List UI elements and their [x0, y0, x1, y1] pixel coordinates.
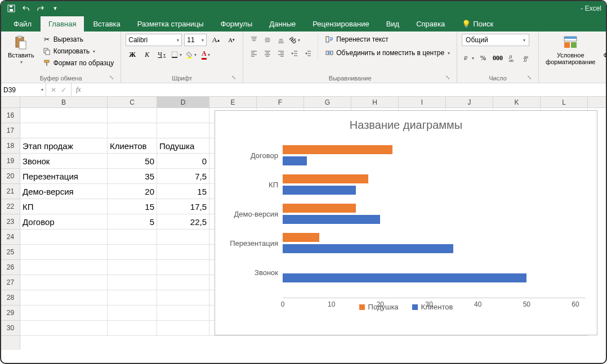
cell[interactable]	[20, 260, 108, 275]
align-bottom-button[interactable]	[275, 34, 287, 46]
copy-button[interactable]: Копировать ▾	[40, 46, 117, 57]
cell[interactable]	[108, 123, 157, 138]
row-header[interactable]: 29	[1, 305, 20, 321]
search-tab[interactable]: 💡 Поиск	[454, 16, 501, 32]
cell[interactable]: 15	[108, 199, 157, 214]
qat-dropdown-icon[interactable]: ▼	[50, 3, 61, 14]
cell[interactable]	[157, 275, 209, 290]
column-header[interactable]: J	[446, 97, 493, 107]
chart-bar[interactable]	[283, 174, 368, 183]
shrink-font-button[interactable]: A▾	[225, 34, 238, 46]
row-header[interactable]: 17	[1, 123, 20, 138]
column-header[interactable]: F	[257, 97, 304, 107]
cell[interactable]: 20	[108, 184, 157, 199]
dialog-launcher-icon[interactable]: ⤡	[230, 74, 237, 80]
chart-bar[interactable]	[283, 145, 392, 154]
cell[interactable]	[108, 275, 157, 290]
row-header[interactable]: 25	[1, 245, 20, 260]
row-header[interactable]: 27	[1, 275, 20, 290]
font-size-select[interactable]: 11▾	[184, 34, 207, 46]
wrap-text-button[interactable]: Перенести текст	[323, 34, 452, 45]
redo-icon[interactable]	[35, 3, 46, 14]
cell[interactable]	[108, 321, 157, 336]
cell[interactable]	[20, 275, 108, 290]
row-header[interactable]: 23	[1, 214, 20, 230]
chart-object[interactable]: Название диаграммы ДоговорКПДемо-версияП…	[215, 110, 597, 335]
cell[interactable]	[20, 305, 108, 321]
bold-button[interactable]: Ж	[126, 48, 139, 61]
increase-indent-button[interactable]	[302, 47, 314, 60]
fx-icon[interactable]: fx	[72, 83, 86, 96]
cancel-icon[interactable]: ✕	[51, 86, 56, 94]
chart-title[interactable]: Название диаграммы	[215, 111, 597, 135]
font-color-button[interactable]: A▾	[199, 48, 212, 61]
conditional-formatting-button[interactable]: Условное форматирование	[543, 34, 597, 66]
column-header[interactable]: E	[209, 97, 257, 107]
chart-bar[interactable]	[283, 244, 453, 253]
cell[interactable]	[108, 305, 157, 321]
cell[interactable]	[108, 290, 157, 305]
chart-bar[interactable]	[283, 233, 319, 242]
cell[interactable]: 50	[108, 154, 157, 169]
merge-center-button[interactable]: Объединить и поместить в центре ▾	[323, 47, 452, 59]
row-header[interactable]: 26	[1, 260, 20, 275]
name-box-input[interactable]	[3, 86, 32, 94]
align-top-button[interactable]	[248, 34, 260, 46]
tab-page-layout[interactable]: Разметка страницы	[130, 16, 212, 32]
cell[interactable]	[157, 305, 209, 321]
column-header[interactable]: D	[157, 97, 209, 107]
cell[interactable]: 35	[108, 169, 157, 184]
align-right-button[interactable]	[275, 47, 287, 60]
borders-button[interactable]: ▾	[169, 48, 183, 61]
tab-help[interactable]: Справка	[408, 16, 453, 32]
tab-view[interactable]: Вид	[378, 16, 408, 32]
chart-plot-area[interactable]: ДоговорКПДемо-версияПерезентацияЗвонок01…	[283, 141, 586, 298]
align-middle-button[interactable]	[261, 34, 274, 46]
accounting-format-button[interactable]: ₽▾	[462, 52, 475, 64]
undo-icon[interactable]	[20, 3, 32, 14]
tab-data[interactable]: Данные	[261, 16, 304, 32]
cell[interactable]	[20, 245, 108, 260]
dialog-launcher-icon[interactable]: ⤡	[526, 74, 533, 80]
align-center-button[interactable]	[261, 47, 274, 60]
column-header[interactable]: H	[351, 97, 399, 107]
row-header[interactable]: 16	[1, 108, 20, 123]
cell[interactable]	[108, 260, 157, 275]
save-icon[interactable]	[6, 3, 17, 14]
tab-home[interactable]: Главная	[41, 16, 84, 32]
column-header[interactable]: I	[399, 97, 446, 107]
cell[interactable]: Клиентов	[108, 138, 157, 154]
row-header[interactable]: 22	[1, 199, 20, 214]
cell[interactable]	[157, 260, 209, 275]
cell[interactable]	[157, 123, 209, 138]
format-as-table-button[interactable]: Форматировать как таблицу	[601, 34, 607, 66]
column-header[interactable]: C	[108, 97, 157, 107]
cell[interactable]: Договор	[20, 214, 108, 230]
dialog-launcher-icon[interactable]: ⤡	[444, 74, 451, 80]
column-header[interactable]: K	[493, 97, 541, 107]
underline-button[interactable]: Ч▾	[155, 48, 168, 61]
cell[interactable]	[157, 245, 209, 260]
name-box[interactable]: ▾	[1, 83, 46, 96]
paste-button[interactable]: Вставить ▾	[6, 34, 37, 66]
chart-bar[interactable]	[283, 273, 526, 282]
decrease-indent-button[interactable]	[288, 47, 301, 60]
tab-insert[interactable]: Вставка	[85, 16, 128, 32]
chart-bar[interactable]	[283, 186, 356, 195]
cell[interactable]: Демо-версия	[20, 184, 108, 199]
cell[interactable]	[108, 108, 157, 123]
cell[interactable]	[20, 123, 108, 138]
cell[interactable]	[20, 290, 108, 305]
cell[interactable]: 5	[108, 214, 157, 230]
percent-button[interactable]: %	[476, 52, 490, 64]
chart-bar[interactable]	[283, 156, 307, 165]
select-all-triangle[interactable]	[1, 97, 20, 107]
cell[interactable]: Этап продаж	[20, 138, 108, 154]
format-painter-button[interactable]: Формат по образцу	[40, 57, 117, 69]
cell[interactable]: 17,5	[157, 199, 209, 214]
cell[interactable]: 22,5	[157, 214, 209, 230]
chart-bar[interactable]	[283, 204, 356, 213]
row-header[interactable]: 28	[1, 290, 20, 305]
number-format-select[interactable]: Общий▾	[462, 34, 529, 46]
formula-input[interactable]	[86, 83, 606, 96]
